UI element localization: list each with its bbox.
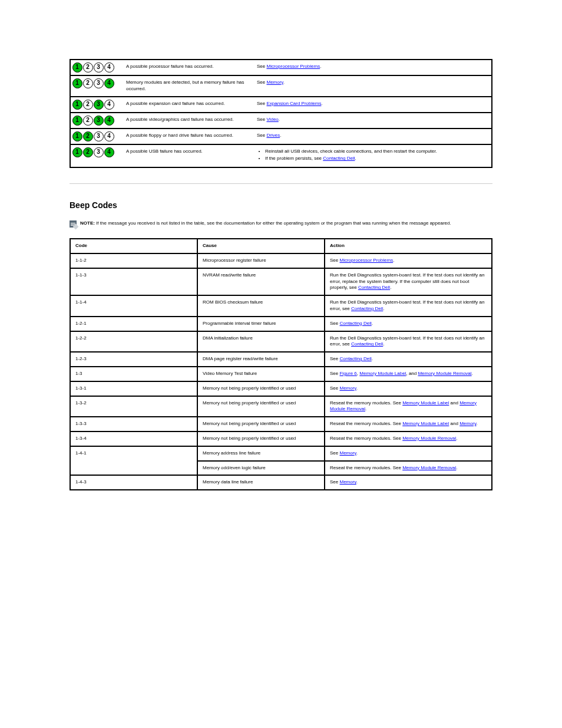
beep-row: 1-4-1 Memory address line failure See Me… [70,446,492,461]
diag-problem: A possible floppy or hard drive failure … [123,129,253,144]
link-mem-module-label[interactable]: Memory Module Label [402,421,449,426]
beep-action: Run the Dell Diagnostics system-board te… [325,331,492,353]
link-contacting-dell[interactable]: Contacting Dell [323,156,355,161]
beep-row: 1-3-4 Memory not being properly identifi… [70,431,492,446]
beep-action: Run the Dell Diagnostics system-board te… [325,295,492,317]
beep-action: See Memory. [325,446,492,461]
col-cause: Cause [197,239,325,253]
link-mem-module-removal[interactable]: Memory Module Removal [418,371,471,376]
link-memory[interactable]: Memory [339,386,356,391]
diag-row: 1234 A possible floppy or hard drive fai… [70,129,492,144]
beep-row: 1-1-4 ROM BIOS checksum failure Run the … [70,295,492,317]
lights-group: 1234 [72,133,114,139]
lights-group: 1234 [72,149,114,154]
beep-row: 1-2-1 Programmable interval timer failur… [70,317,492,331]
diag-problem: A possible expansion card failure has oc… [123,97,253,113]
diag-row: 1234 Memory modules are detected, but a … [70,75,492,97]
link-memory[interactable]: Memory [266,80,283,85]
light-1-icon: 1 [72,116,82,126]
bullet-item: Reinstall all USB devices, check cable c… [265,149,488,155]
beep-cause: Memory address line failure [197,446,325,461]
beep-action: See Microprocessor Problems. [325,253,492,268]
diagnostic-lights-table: 1234 A possible processor failure has oc… [70,59,492,168]
beep-codes-table: Code Cause Action 1-1-2 Microprocessor r… [70,238,492,490]
beep-code: 1-3-4 [70,431,197,446]
beep-action: Reseat the memory modules. See Memory Mo… [325,431,492,446]
beep-code: 1-4-3 [70,475,197,490]
link-contacting-dell[interactable]: Contacting Dell [339,321,371,326]
link-mem-module-label[interactable]: Memory Module Label [402,400,449,406]
beep-row: 1-4-3 Memory data line failure See Memor… [70,475,492,490]
light-1-icon: 1 [72,131,82,141]
lights-group: 1234 [72,65,114,70]
link-video[interactable]: Video [266,117,278,122]
beep-action: Reseat the memory modules. See Memory Mo… [325,461,492,476]
light-3-icon: 3 [94,62,104,73]
note-text: NOTE: If the message you received is not… [80,220,451,226]
beep-row: 1-3-1 Memory not being properly identifi… [70,381,492,396]
link-mem-module-removal[interactable]: Memory Module Removal [402,436,456,441]
beep-row: 1-2-2 DMA initialization failure Run the… [70,331,492,353]
link-memory[interactable]: Memory [339,479,356,485]
beep-cause: Memory not being properly identified or … [197,431,325,446]
beep-code: 1-1-4 [70,295,197,317]
link-expansion[interactable]: Expansion Card Problems [266,101,321,106]
link-microprocessor[interactable]: Microprocessor Problems [339,258,393,263]
beep-cause: Video Memory Test failure [197,367,325,381]
link-figure6[interactable]: Figure 6 [339,371,356,376]
beep-action: See Memory. [325,475,492,490]
diag-row: 1234 A possible USB failure has occurred… [70,144,492,168]
light-4-icon: 4 [104,131,114,141]
link-contacting-dell[interactable]: Contacting Dell [358,285,390,290]
lights-group: 1234 [72,117,114,123]
light-2-icon: 2 [83,100,93,110]
diag-action: See Video. [253,113,492,129]
beep-row: 1-3 Video Memory Test failure See Figure… [70,367,492,381]
link-memory[interactable]: Memory [339,450,356,456]
light-4-icon: 4 [104,62,114,73]
note-icon [70,220,77,228]
beep-code: 1-3 [70,367,197,381]
beep-cause: Memory not being properly identified or … [197,417,325,431]
diag-problem: A possible processor failure has occurre… [123,60,253,75]
note-block: NOTE: If the message you received is not… [70,220,492,228]
beep-cause: Memory odd/even logic failure [197,461,325,476]
lights-group: 1234 [72,101,114,107]
beep-code: 1-3-3 [70,417,197,431]
beep-code: 1-3-2 [70,396,197,417]
beep-code: 1-2-2 [70,331,197,353]
light-4-icon: 4 [104,116,114,126]
diag-problem: A possible video/graphics card failure h… [123,113,253,129]
diag-action: See Expansion Card Problems. [253,97,492,113]
link-drives[interactable]: Drives [266,133,280,138]
light-1-icon: 1 [72,78,82,88]
light-2-icon: 2 [83,116,93,126]
beep-cause: NVRAM read/write failure [197,268,325,295]
beep-cause: DMA page register read/write failure [197,352,325,367]
link-contacting-dell[interactable]: Contacting Dell [339,356,371,361]
light-3-icon: 3 [94,100,104,110]
beep-action: See Contacting Dell. [325,352,492,367]
beep-action: See Figure 6, Memory Module Label, and M… [325,367,492,381]
link-memory[interactable]: Memory [459,421,476,426]
beep-code: 1-2-3 [70,352,197,367]
beep-code: 1-1-2 [70,253,197,268]
light-4-icon: 4 [104,78,114,88]
link-microprocessor[interactable]: Microprocessor Problems [266,64,320,69]
link-mem-module-label[interactable]: Memory Module Label [359,371,406,376]
link-contacting-dell[interactable]: Contacting Dell [351,341,383,347]
light-1-icon: 1 [72,147,82,157]
beep-row: 1-3-2 Memory not being properly identifi… [70,396,492,417]
diag-row: 1234 A possible video/graphics card fail… [70,113,492,129]
table-header-row: Code Cause Action [70,239,492,253]
beep-action: See Memory. [325,381,492,396]
link-contacting-dell[interactable]: Contacting Dell [351,306,383,311]
link-mem-module-removal[interactable]: Memory Module Removal [402,465,456,470]
beep-code: 1-2-1 [70,317,197,331]
diag-action: See Microprocessor Problems. [253,60,492,75]
beep-action: Reseat the memory modules. See Memory Mo… [325,396,492,417]
section-divider [70,183,492,184]
beep-cause: DMA initialization failure [197,331,325,353]
light-2-icon: 2 [83,131,93,141]
beep-row: 1-2-3 DMA page register read/write failu… [70,352,492,367]
